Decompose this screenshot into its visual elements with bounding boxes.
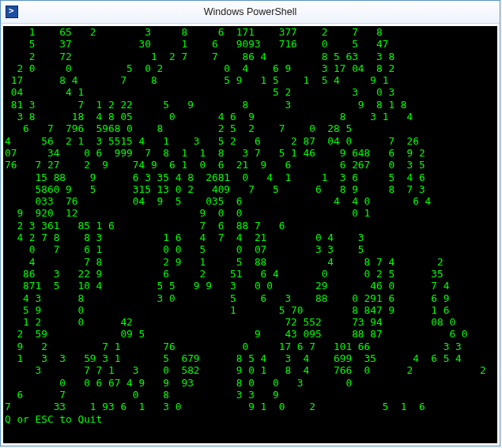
window-title: Windows PowerShell [1,6,500,17]
terminal-output: 1 65 2 3 8 6 171 377 2 7 8 5 37 30 1 6 9… [3,26,497,425]
powershell-icon [6,6,18,18]
powershell-window: Windows PowerShell 1 65 2 3 8 6 171 377 … [0,0,500,446]
terminal-viewport[interactable]: 1 65 2 3 8 6 171 377 2 7 8 5 37 30 1 6 9… [3,26,497,443]
title-bar[interactable]: Windows PowerShell [1,1,500,24]
